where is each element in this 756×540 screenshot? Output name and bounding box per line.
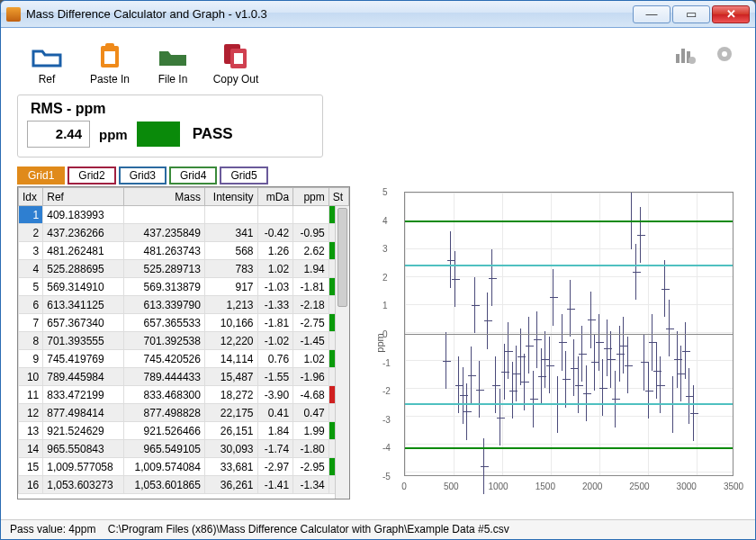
table-row[interactable]: 9745.419769745.42052614,1140.761.02 bbox=[19, 350, 349, 368]
col-st[interactable]: St bbox=[328, 188, 348, 206]
paste-in-button[interactable]: Paste In bbox=[80, 42, 140, 86]
zero-line bbox=[405, 334, 733, 335]
svg-rect-1 bbox=[105, 43, 114, 49]
chart-plot[interactable] bbox=[404, 192, 734, 476]
rms-title: RMS - ppm bbox=[31, 101, 313, 117]
data-point bbox=[528, 317, 529, 374]
rms-unit: ppm bbox=[99, 127, 128, 142]
scrollbar[interactable] bbox=[335, 206, 349, 499]
data-point bbox=[491, 249, 492, 306]
reference-line bbox=[405, 403, 733, 405]
data-point bbox=[669, 300, 670, 356]
table-row[interactable]: 13921.524629921.52646626,1511.841.99 bbox=[19, 422, 349, 440]
titlebar[interactable]: Mass Difference Calculator and Graph - v… bbox=[1, 1, 755, 28]
data-point bbox=[688, 368, 689, 425]
status-filepath: C:\Program Files (x86)\Mass Difference C… bbox=[108, 523, 509, 536]
table-row[interactable]: 11833.472199833.46830018,272-3.90-4.68 bbox=[19, 386, 349, 404]
data-point bbox=[516, 346, 517, 402]
table-row[interactable]: 10789.445984789.44443315,487-1.55-1.96 bbox=[19, 368, 349, 386]
gear-icon[interactable] bbox=[710, 42, 739, 66]
data-point bbox=[627, 337, 628, 393]
svg-rect-7 bbox=[681, 49, 685, 63]
data-point bbox=[652, 314, 652, 371]
data-point bbox=[446, 332, 446, 389]
col-mass[interactable]: Mass bbox=[124, 188, 205, 206]
chart-settings-icon[interactable] bbox=[671, 43, 700, 67]
data-point bbox=[644, 334, 644, 391]
data-point bbox=[454, 251, 455, 308]
status-bar: Pass value: 4ppm C:\Program Files (x86)\… bbox=[1, 519, 755, 539]
col-mda[interactable]: mDa bbox=[257, 188, 293, 206]
data-point bbox=[536, 311, 537, 368]
table-row[interactable]: 1409.183993 bbox=[19, 206, 349, 224]
data-point bbox=[586, 365, 587, 422]
paste-label: Paste In bbox=[80, 73, 140, 86]
data-point bbox=[500, 389, 500, 446]
col-idx[interactable]: Idx bbox=[19, 188, 43, 206]
tab-grid2[interactable]: Grid2 bbox=[68, 166, 115, 184]
table-row[interactable]: 12877.498414877.49882822,1750.410.47 bbox=[19, 404, 349, 422]
reference-line bbox=[405, 447, 733, 449]
data-grid[interactable]: IdxRefMassIntensitymDappmSt 1409.1839932… bbox=[17, 186, 350, 500]
table-row[interactable]: 161,053.6032731,053.60186536,261-1.41-1.… bbox=[19, 476, 349, 494]
data-point bbox=[466, 383, 467, 440]
copy-out-button[interactable]: Copy Out bbox=[206, 42, 266, 86]
maximize-button[interactable]: ▭ bbox=[672, 5, 710, 23]
data-point bbox=[635, 244, 636, 301]
app-icon bbox=[6, 7, 21, 22]
data-point bbox=[512, 362, 513, 418]
table-row[interactable]: 8701.393555701.39253812,220-1.02-1.45 bbox=[19, 332, 349, 350]
table-row[interactable]: 6613.341125613.3397901,213-1.33-2.18 bbox=[19, 296, 349, 314]
table-row[interactable]: 5569.314910569.313879917-1.03-1.81 bbox=[19, 278, 349, 296]
ref-button[interactable]: Ref bbox=[17, 42, 76, 86]
svg-point-11 bbox=[722, 51, 727, 57]
data-point bbox=[598, 314, 599, 371]
close-button[interactable]: ✕ bbox=[712, 5, 750, 23]
reference-line bbox=[405, 220, 733, 222]
data-point bbox=[479, 361, 480, 418]
data-point bbox=[685, 322, 686, 379]
data-point bbox=[693, 385, 694, 442]
svg-rect-2 bbox=[104, 51, 115, 64]
data-point bbox=[524, 354, 525, 410]
data-point bbox=[607, 320, 608, 376]
data-point bbox=[565, 351, 566, 408]
data-point bbox=[471, 346, 472, 403]
pass-label: PASS bbox=[193, 125, 233, 143]
copy-label: Copy Out bbox=[206, 73, 266, 86]
data-point bbox=[533, 371, 534, 428]
filein-label: File In bbox=[143, 73, 202, 86]
folder-solid-icon bbox=[157, 42, 189, 69]
data-point bbox=[508, 322, 508, 379]
data-point bbox=[573, 339, 574, 396]
col-ref[interactable]: Ref bbox=[43, 188, 124, 206]
table-row[interactable]: 151,009.5770581,009.57408433,681-2.97-2.… bbox=[19, 458, 349, 476]
reference-line bbox=[405, 265, 733, 266]
data-point bbox=[504, 344, 505, 400]
data-point bbox=[487, 292, 488, 349]
data-point bbox=[610, 331, 611, 388]
col-intensity[interactable]: Intensity bbox=[204, 188, 257, 206]
tab-grid5[interactable]: Grid5 bbox=[220, 166, 267, 184]
col-ppm[interactable]: ppm bbox=[293, 188, 329, 206]
table-row[interactable]: 3481.262481481.2637435681.262.62 bbox=[19, 242, 349, 260]
ref-label: Ref bbox=[17, 73, 76, 86]
table-row[interactable]: 7657.367340657.36553310,166-1.81-2.75 bbox=[19, 314, 349, 332]
tab-grid4[interactable]: Grid4 bbox=[169, 166, 217, 184]
table-row[interactable]: 14965.550843965.54910530,093-1.74-1.80 bbox=[19, 440, 349, 458]
svg-rect-6 bbox=[676, 54, 680, 63]
table-row[interactable]: 2437.236266437.235849341-0.42-0.95 bbox=[19, 224, 349, 242]
data-point bbox=[520, 328, 521, 385]
tab-grid3[interactable]: Grid3 bbox=[119, 166, 166, 184]
data-point bbox=[463, 367, 464, 424]
minimize-button[interactable]: — bbox=[633, 5, 670, 23]
table-row[interactable]: 4525.288695525.2897137831.021.94 bbox=[19, 260, 349, 278]
clipboard-icon bbox=[94, 42, 126, 69]
data-point bbox=[541, 348, 542, 405]
grid-tabs: Grid1 Grid2 Grid3 Grid4 Grid5 bbox=[17, 166, 739, 184]
file-in-button[interactable]: File In bbox=[143, 42, 202, 86]
folder-icon bbox=[31, 42, 63, 69]
tab-grid1[interactable]: Grid1 bbox=[17, 166, 65, 184]
pass-swatch bbox=[137, 122, 180, 147]
data-point bbox=[590, 292, 591, 348]
